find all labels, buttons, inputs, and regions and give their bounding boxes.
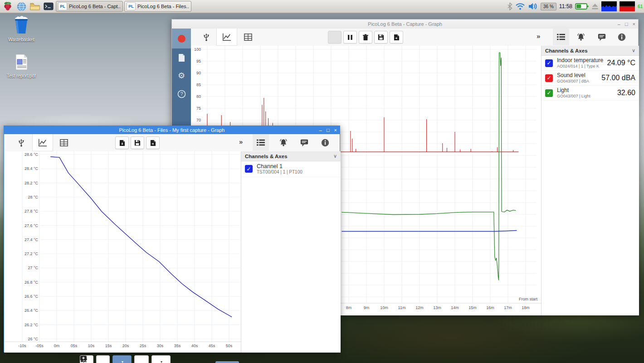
pan-mode-button-active[interactable]: ▾ xyxy=(112,355,132,363)
save-button[interactable] xyxy=(131,136,144,149)
help-icon: ? xyxy=(177,90,186,98)
alarms-tab[interactable] xyxy=(277,136,290,149)
axis-tick-label: 18m xyxy=(522,305,530,310)
devices-tab[interactable] xyxy=(200,31,213,44)
channels-axes-header[interactable]: Channels & Axes ∨ xyxy=(241,151,341,161)
channels-axes-header[interactable]: Channels & Axes ∨ xyxy=(542,46,639,56)
notes-tab[interactable] xyxy=(595,31,608,44)
applications-menu-button[interactable] xyxy=(2,1,14,12)
cpu-history-monitor[interactable] xyxy=(601,1,617,11)
desktop: Wastebasket Test report.pdf PicoLog 6 Be… xyxy=(0,0,644,363)
channel-checkbox[interactable]: ✓ xyxy=(245,165,253,173)
battery-icon[interactable] xyxy=(575,3,589,10)
wifi-icon[interactable] xyxy=(515,3,525,10)
axis-tick-label: 11m xyxy=(398,305,406,310)
chevron-more-icon[interactable]: » xyxy=(537,32,540,40)
files-graph-area[interactable]: 28.6 °C28.4 °C28.2 °C28 °C27.8 °C27.6 °C… xyxy=(4,151,241,353)
info-tab[interactable] xyxy=(319,136,332,149)
axis-tick-label: 15s xyxy=(105,344,112,348)
maximize-icon[interactable]: □ xyxy=(327,128,330,133)
cpu-usage-monitor[interactable]: 36 % xyxy=(541,3,556,10)
file-manager-button[interactable] xyxy=(29,1,41,12)
annotation-button[interactable]: ▾ xyxy=(151,355,171,363)
undo-button[interactable] xyxy=(96,355,110,363)
save-button[interactable] xyxy=(374,31,388,44)
channel-value: 57.00 dBA xyxy=(601,74,635,82)
picolog-app-icon: PL xyxy=(58,2,67,10)
from-start-button[interactable]: From start xyxy=(215,361,239,363)
axis-tick-label: 70 xyxy=(196,118,201,122)
axis-tick-label: 27 °C xyxy=(28,266,38,270)
eject-icon[interactable] xyxy=(591,3,599,10)
table-tab[interactable] xyxy=(58,136,70,149)
graph-tab-active[interactable] xyxy=(216,29,237,46)
minimize-icon[interactable]: – xyxy=(319,128,322,133)
channel-detail: GO043/007 | Light xyxy=(557,94,590,98)
close-icon[interactable]: × xyxy=(633,22,635,27)
chevron-more-icon[interactable]: » xyxy=(239,138,243,145)
desktop-icon-test-report[interactable]: Test report.pdf xyxy=(1,53,42,78)
channel-row-channel-1[interactable]: ✓ Channel 1 TST00/004 | 1 | PT100 xyxy=(241,161,341,177)
axis-tick-label: 16m xyxy=(486,305,494,310)
crosshair-button[interactable] xyxy=(134,355,149,363)
export-button[interactable] xyxy=(146,136,160,149)
usb-icon xyxy=(17,138,26,148)
clock[interactable]: 11:58 xyxy=(559,3,572,10)
channels-panel-tab-active[interactable] xyxy=(253,134,269,151)
delete-capture-button[interactable] xyxy=(359,31,372,44)
pause-button[interactable] xyxy=(343,31,357,44)
bluetooth-icon[interactable] xyxy=(507,2,512,10)
help-button[interactable]: ? xyxy=(172,85,191,103)
capture-channels-panel: Channels & Axes ∨ ✓ Indoor temperature A… xyxy=(541,46,639,315)
usb-icon xyxy=(202,32,211,42)
wastebasket-icon xyxy=(12,15,30,34)
channel-row-sound-level[interactable]: ✓ Sound level GO043/007 | dBA 57.00 dBA xyxy=(542,71,639,86)
channel-row-indoor-temperature[interactable]: ✓ Indoor temperature AO024/014 | 1 | Typ… xyxy=(542,56,639,71)
maximize-icon[interactable]: □ xyxy=(625,22,628,27)
axis-tick-label: 20s xyxy=(122,344,129,348)
caret-down-icon: ▾ xyxy=(122,360,123,363)
minimize-icon[interactable]: – xyxy=(618,22,620,27)
web-browser-button[interactable] xyxy=(15,1,27,12)
close-icon[interactable]: × xyxy=(334,128,337,133)
record-button[interactable] xyxy=(172,29,191,48)
files-titlebar[interactable]: PicoLog 6 Beta - Files - My first captur… xyxy=(4,126,340,134)
volume-icon[interactable] xyxy=(528,2,538,10)
table-tab[interactable] xyxy=(242,31,254,44)
pause-icon xyxy=(347,34,353,40)
info-tab[interactable] xyxy=(615,31,628,44)
temperature-monitor[interactable] xyxy=(620,1,635,11)
notes-tab[interactable] xyxy=(298,136,311,149)
devices-tab[interactable] xyxy=(15,136,28,149)
axis-tick-label: 95 xyxy=(196,59,201,63)
temperature-value: 61 xyxy=(638,4,644,9)
alarms-tab[interactable] xyxy=(575,31,587,44)
file-icon xyxy=(178,53,185,62)
settings-button[interactable]: ⚙ xyxy=(172,67,191,85)
files-window-title: PicoLog 6 Beta - Files - My first captur… xyxy=(119,127,225,133)
channels-axes-title: Channels & Axes xyxy=(245,154,288,159)
capture-window-title: PicoLog 6 Beta - Capture - Graph xyxy=(368,21,442,27)
taskbar-task-capture[interactable]: PL PicoLog 6 Beta - Capt... xyxy=(56,1,123,12)
taskbar-task-files[interactable]: PL PicoLog 6 Beta - Files... xyxy=(124,1,191,12)
info-icon xyxy=(321,138,330,147)
channel-checkbox[interactable]: ✓ xyxy=(545,74,553,82)
new-capture-button[interactable] xyxy=(172,48,191,67)
open-file-button[interactable] xyxy=(115,136,129,149)
axis-tick-label: 27.6 °C xyxy=(24,223,39,228)
terminal-button[interactable] xyxy=(43,1,54,12)
axis-tick-label: 50s xyxy=(226,344,233,348)
channel-row-light[interactable]: ✓ Light GO043/007 | Light 32.60 xyxy=(542,86,639,101)
channel-name: Light xyxy=(557,87,590,94)
channel-checkbox[interactable]: ✓ xyxy=(545,59,553,67)
desktop-icon-wastebasket[interactable]: Wastebasket xyxy=(1,15,42,42)
channels-panel-tab-active[interactable] xyxy=(553,29,569,45)
stop-button[interactable] xyxy=(328,31,342,44)
capture-titlebar[interactable]: PicoLog 6 Beta - Capture - Graph – □ × xyxy=(172,19,638,29)
axis-tick-label: 40s xyxy=(191,344,198,348)
channel-checkbox[interactable]: ✓ xyxy=(545,89,553,97)
export-button[interactable] xyxy=(390,31,403,44)
axis-tick-label: 28.4 °C xyxy=(24,166,39,171)
graph-tab-active[interactable] xyxy=(32,134,53,151)
axis-tick-label: -05s xyxy=(35,344,44,348)
